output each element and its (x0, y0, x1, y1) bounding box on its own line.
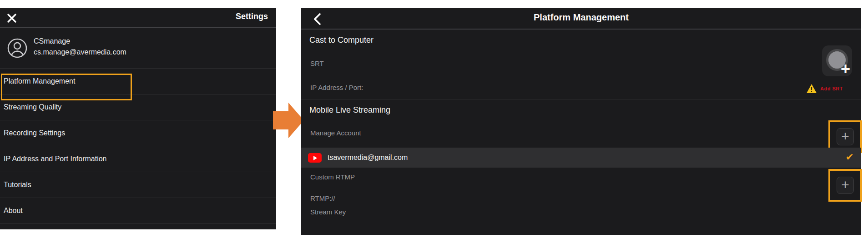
rtmp-url-label: RTMP:// (310, 194, 335, 202)
youtube-account-email: tsavermedia@gmail.com (328, 154, 408, 162)
account-profile-row[interactable]: CSmanage cs.manage@avermedia.com (0, 28, 276, 68)
profile-name: CSmanage (34, 37, 126, 45)
sidebar-item-about[interactable]: About (0, 198, 276, 223)
settings-header: Settings (0, 8, 276, 28)
add-rtmp-button[interactable]: + (837, 177, 854, 194)
plus-icon: + (841, 129, 849, 143)
custom-rtmp-label: Custom RTMP (310, 173, 355, 181)
settings-menu: Platform Management Streaming Quality Re… (0, 68, 276, 223)
manage-account-label: Manage Account (310, 129, 361, 137)
add-rtmp-highlight-box: + (828, 169, 862, 202)
menu-item-label: Recording Settings (4, 129, 65, 137)
plus-icon: + (841, 61, 850, 77)
platform-management-header: Platform Management (301, 8, 861, 30)
play-icon (313, 156, 317, 160)
sidebar-item-streaming-quality[interactable]: Streaming Quality (0, 94, 276, 120)
platform-management-title: Platform Management (301, 12, 861, 23)
settings-title: Settings (236, 12, 268, 21)
cast-to-computer-heading: Cast to Computer (309, 35, 373, 45)
sidebar-item-platform-management[interactable]: Platform Management (0, 68, 276, 94)
menu-item-label: Streaming Quality (4, 103, 61, 111)
menu-item-label: IP Address and Port Information (4, 155, 107, 163)
settings-screen: Settings CSmanage cs.manage@avermedia.co… (0, 8, 276, 229)
add-srt-device-button[interactable]: + (822, 45, 852, 76)
stream-key-label: Stream Key (310, 208, 346, 216)
menu-item-label: Tutorials (4, 181, 31, 189)
add-srt-label[interactable]: Add SRT (820, 86, 843, 91)
profile-email: cs.manage@avermedia.com (34, 48, 126, 56)
youtube-icon (308, 153, 322, 163)
divider (301, 99, 861, 99)
chevron-left-icon (313, 13, 321, 25)
sidebar-item-recording-settings[interactable]: Recording Settings (0, 120, 276, 146)
close-icon (7, 13, 17, 23)
srt-label: SRT (310, 60, 324, 67)
warning-icon (806, 84, 817, 94)
menu-item-label: Platform Management (4, 77, 75, 85)
plus-icon: + (841, 178, 849, 192)
screenshot-canvas: Settings CSmanage cs.manage@avermedia.co… (0, 0, 868, 248)
selected-check-icon: ✔ (846, 151, 854, 163)
mobile-live-streaming-heading: Mobile Live Streaming (309, 105, 390, 115)
divider (0, 223, 276, 224)
back-button[interactable] (311, 13, 323, 25)
add-account-button[interactable]: + (837, 128, 854, 145)
close-button[interactable] (6, 12, 18, 24)
avatar-icon (7, 38, 27, 58)
platform-management-screen: Platform Management Cast to Computer SRT… (301, 8, 861, 235)
youtube-account-row[interactable]: tsavermedia@gmail.com ✔ (301, 148, 861, 168)
ip-address-port-label: IP Address / Port: (310, 84, 363, 91)
profile-text: CSmanage cs.manage@avermedia.com (34, 37, 126, 56)
arrow-stem (273, 111, 289, 129)
sidebar-item-ip-address-port-info[interactable]: IP Address and Port Information (0, 146, 276, 172)
sidebar-item-tutorials[interactable]: Tutorials (0, 172, 276, 198)
menu-item-label: About (4, 207, 23, 215)
flow-arrow (273, 103, 304, 138)
